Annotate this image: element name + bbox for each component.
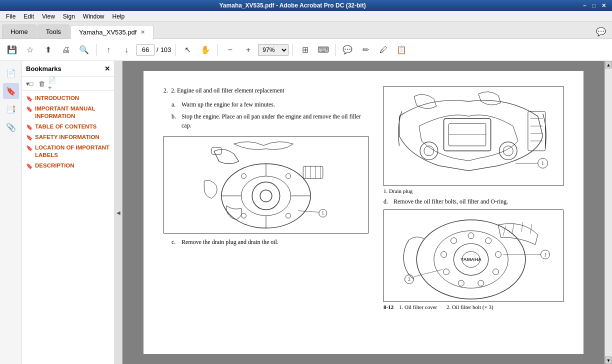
pdf-left-column: 2. 2. Engine oil and oil filter element … [164,86,368,314]
sidebar-recent-icon[interactable]: 📄 [3,65,19,81]
step-d-label: d. [384,198,394,206]
step-number: 2. [164,87,168,94]
bookmark-introduction[interactable]: 🔖 INTRODUCTION [22,93,114,104]
print-button[interactable]: 🖨 [58,42,74,58]
bookmark-location-labels[interactable]: 🔖 LOCATION OF IMPORTANT LABELS [22,142,114,160]
bookmarks-header: Bookmarks ✕ [22,61,114,77]
caption-oil-filter-bolt: 2. Oil filter bolt (× 3) [446,304,494,310]
bookmark-important-manual[interactable]: 🔖 IMPORTANT MANUAL INFORMATION [22,104,114,122]
svg-text:1: 1 [544,252,546,258]
share-button[interactable]: ⬆ [40,42,56,58]
menu-edit[interactable]: Edit [20,12,38,21]
hand-tool[interactable]: ✋ [198,42,214,58]
main-area: 📄 🔖 📑 📎 Bookmarks ✕ ▾□ 🗑 📄+ 🔖 INTRODUCTI… [0,61,612,364]
fit-page-button[interactable]: ⊞ [297,42,313,58]
bookmark-label-introduction: INTRODUCTION [35,94,79,102]
tab-document[interactable]: Yamaha_XV535.pdf ✕ [70,25,154,39]
step-header: 2. 2. Engine oil and oil filter element … [164,86,368,95]
comment-tab-btn[interactable]: 💬 [592,25,610,38]
prev-page-button[interactable]: ↑ [100,42,116,58]
maximize-btn[interactable]: □ [590,2,598,9]
tab-tools[interactable]: Tools [38,24,70,38]
bookmark-label-safety: SAFETY INFORMATION [35,134,100,141]
menu-window[interactable]: Window [79,12,108,21]
bookmark-description[interactable]: 🔖 DESCRIPTION [22,160,114,171]
bookmark-icon-important-manual: 🔖 [26,106,33,112]
bookmark-safety[interactable]: 🔖 SAFETY INFORMATION [22,132,114,142]
scroll-track [605,68,612,356]
sidebar-pages-icon[interactable]: 📑 [3,101,19,117]
step-d: d. Remove the oil filter bolts, oil filt… [384,198,564,206]
bookmark-table-contents[interactable]: 🔖 TABLE OF CONTENTS [22,122,114,132]
toolbar: 💾 ☆ ⬆ 🖨 🔍 ↑ ↓ / 103 ↖ ✋ − + 50% 75% 97% … [0,39,612,61]
title-bar: Yamaha_XV535.pdf - Adobe Acrobat Pro DC … [0,0,612,11]
step-b-label: b. [172,112,182,130]
pen-button[interactable]: ✏ [358,42,374,58]
sidebar-attachments-icon[interactable]: 📎 [3,119,19,135]
scroll-down-btn[interactable]: ▼ [605,356,612,364]
top-engine-svg: 1 [384,86,563,186]
stamp-button[interactable]: 📋 [394,42,410,58]
svg-text:2: 2 [408,276,410,282]
bookmark-label-table-contents: TABLE OF CONTENTS [35,123,96,130]
find-button[interactable]: 🔍 [76,42,92,58]
next-page-button[interactable]: ↓ [118,42,134,58]
comment-icon: 💬 [596,28,606,36]
panel-collapse-arrow[interactable]: ◀ [114,61,122,364]
window-controls[interactable]: – □ ✕ [581,2,608,9]
page-number-label: 8-12 [384,304,394,310]
step-b: b. Stop the engine. Place an oil pan und… [172,112,368,130]
bookmark-icon-location-labels: 🔖 [26,144,33,152]
tab-bar: Home Tools Yamaha_XV535.pdf ✕ 💬 [0,22,612,39]
oil-filter-diagram: YAMAHA [384,210,564,302]
svg-rect-22 [390,86,558,186]
bookmark-label-important-manual: IMPORTANT MANUAL INFORMATION [35,105,110,120]
keyboard-button[interactable]: ⌨ [315,42,331,58]
engine-diagram-svg: 1 [164,136,368,233]
top-engine-diagram: 1 [384,86,564,186]
pdf-right-column: 1 1. [384,86,564,314]
step-c: c. Remove the drain plug and drain the o… [172,238,368,246]
minimize-btn[interactable]: – [581,2,588,9]
scroll-up-btn[interactable]: ▲ [605,61,612,68]
bookmark-label-description: DESCRIPTION [35,162,74,170]
caption-drain-plug: 1. Drain plug [384,188,564,194]
sidebar-bookmarks-icon[interactable]: 🔖 [3,83,19,99]
bookmarks-expand-btn[interactable]: ▾□ [24,78,35,90]
sidebar-icons: 📄 🔖 📑 📎 [0,61,22,364]
pdf-page: 2. 2. Engine oil and oil filter element … [144,71,584,354]
menu-file[interactable]: File [2,12,20,21]
bookmarks-add-btn[interactable]: 📄+ [48,78,59,90]
right-scrollbar[interactable]: ▲ ▼ [604,61,612,364]
zoom-select[interactable]: 50% 75% 97% 100% 125% 150% 200% [258,44,288,56]
svg-text:YAMAHA: YAMAHA [460,256,482,262]
page-nav: / 103 [136,44,171,56]
menu-sign[interactable]: Sign [59,12,79,21]
cursor-tool[interactable]: ↖ [180,42,196,58]
tab-close-icon[interactable]: ✕ [140,29,145,36]
bookmark-button[interactable]: ☆ [22,42,38,58]
engine-image: 1 [164,136,368,234]
step-list-cd: c. Remove the drain plug and drain the o… [172,238,368,246]
caption-oil-filter: 8-12 1. Oil filter cover 2. Oil filter b… [384,304,564,310]
caption-drain-plug-text: 1. Drain plug [384,188,412,194]
bookmarks-list: 🔖 INTRODUCTION 🔖 IMPORTANT MANUAL INFORM… [22,91,114,364]
save-button[interactable]: 💾 [4,42,20,58]
pdf-area: 2. 2. Engine oil and oil filter element … [122,61,604,364]
page-input[interactable] [136,44,154,56]
svg-rect-38 [390,210,558,302]
svg-text:1: 1 [542,160,544,166]
tab-home[interactable]: Home [2,24,36,38]
close-btn[interactable]: ✕ [600,2,608,9]
bookmark-icon-description: 🔖 [26,162,33,170]
comment-button[interactable]: 💬 [340,42,356,58]
pdf-content: 2. 2. Engine oil and oil filter element … [164,86,564,314]
bookmark-label-location-labels: LOCATION OF IMPORTANT LABELS [35,144,110,159]
menu-view[interactable]: View [38,12,59,21]
bookmarks-close-btn[interactable]: ✕ [104,65,110,72]
zoom-out-button[interactable]: − [222,42,238,58]
zoom-in-button[interactable]: + [240,42,256,58]
sign-button[interactable]: 🖊 [376,42,392,58]
menu-help[interactable]: Help [108,12,129,21]
bookmarks-delete-btn[interactable]: 🗑 [36,78,47,90]
